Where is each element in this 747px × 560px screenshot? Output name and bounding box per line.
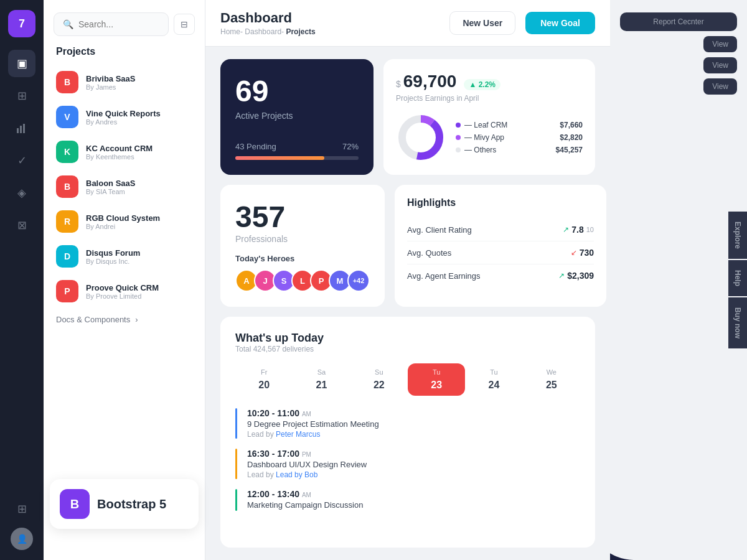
calendar-day[interactable]: We 25 [523,363,580,396]
events-list: 10:20 - 11:00 AM 9 Degree Project Estima… [235,408,580,511]
cal-day-num: 25 [525,380,578,391]
project-item[interactable]: R RGB Cloud System By Andrei [44,204,205,239]
sidebar-projects-header: Projects [44,46,205,65]
earnings-amount: 69,700 [403,72,457,91]
nav-user-avatar[interactable]: 👤 [11,528,33,550]
bootstrap-card: B Bootstrap 5 [50,479,199,529]
event-info: 12:00 - 13:40 AM Marketing Campaign Disc… [247,489,363,511]
new-goal-button[interactable]: New Goal [525,12,595,34]
heroes-label: Today's Heroes [235,254,370,263]
project-item[interactable]: B Baloon SaaS By SIA Team [44,169,205,204]
view-button-3[interactable]: View [703,78,737,95]
highlights-card: Highlights Avg. Client Rating ↗ 7.8 10 A… [395,185,606,307]
project-item[interactable]: P Proove Quick CRM By Proove Limited [44,274,205,309]
event-lead: Lead by Peter Marcus [247,430,379,439]
cal-day-label: Tu [410,368,463,376]
event-lead: Lead by Lead by Bob [247,470,367,479]
event-title: Marketing Campaign Discussion [247,500,363,510]
cal-day-num: 23 [410,380,463,391]
event-info: 16:30 - 17:00 PM Dashboard UI/UX Design … [247,449,367,479]
cal-day-label: Tu [467,368,520,376]
legend-label: — Leaf CRM [464,121,507,129]
highlights-title: Highlights [407,197,594,208]
calendar-day[interactable]: Tu 24 [465,363,522,396]
schedule-sub: Total 424,567 deliveries [235,345,580,353]
nav-icon-layers[interactable]: ◈ [8,179,35,207]
new-user-button[interactable]: New User [449,11,515,35]
event-lead-link[interactable]: Peter Marcus [276,430,320,439]
report-center-button[interactable]: Report Cecnter [620,12,737,31]
project-by: By Disqus Inc. [86,258,140,265]
project-logo: V [56,106,78,128]
event-ampm: AM [302,492,311,498]
legend-item: — Mivy App [456,133,546,142]
legend-values: $7,660$2,820$45,257 [556,121,583,154]
professionals-label: Professionals [235,234,370,244]
search-input[interactable] [78,19,159,29]
nav-icon-check[interactable]: ✓ [8,147,35,174]
project-item[interactable]: D Disqus Forum By Disqus Inc. [44,239,205,274]
project-item[interactable]: B Briviba SaaS By James [44,65,205,100]
nav-icon-grid[interactable]: ⊞ [8,82,35,110]
calendar-day[interactable]: Tu 23 [408,363,465,396]
project-logo: B [56,175,78,198]
svg-rect-1 [20,126,22,133]
view-button-1[interactable]: View [703,36,737,52]
progress-bar-bg [235,156,359,160]
project-by: By SIA Team [86,188,135,195]
view-button-2[interactable]: View [703,57,737,73]
sidebar: 🔍 ⊟ Projects B Briviba SaaS By James V V… [44,0,205,560]
nav-icon-box[interactable]: ⊠ [8,212,35,239]
main-content: Dashboard Home- Dashboard- Projects New … [205,0,610,560]
highlight-row: Avg. Agent Earnings ↗ $2,309 [407,264,594,287]
event-border [235,408,237,439]
project-item[interactable]: K KC Account CRM By Keenthemes [44,134,205,169]
project-by: By Andrei [86,223,160,230]
bootstrap-logo: B [60,489,90,519]
highlight-arrow: ↗ [563,225,569,234]
heroes-avatars: AJSLPM+42 [235,269,370,292]
project-by: By Andres [86,118,161,126]
project-by: By James [86,83,136,91]
event-item: 12:00 - 13:40 AM Marketing Campaign Disc… [235,489,580,511]
project-name: Vine Quick Reports [86,109,161,118]
calendar-day[interactable]: Fr 20 [235,363,293,396]
professionals-card: 357 Professionals Today's Heroes AJSLPM+… [220,185,385,307]
nav-icon-dashboard[interactable]: ▣ [8,50,35,77]
active-projects-number: 69 [235,74,359,108]
nav-avatar[interactable]: 7 [8,10,35,37]
cal-day-num: 22 [353,380,405,391]
cal-day-num: 20 [238,380,290,391]
highlight-value: 7.8 [571,225,583,235]
event-title: 9 Degree Project Estimation Meeting [247,419,379,429]
title-area: Dashboard Home- Dashboard- Projects [220,10,439,36]
project-name: Baloon SaaS [86,179,135,188]
nav-icon-grid-bottom[interactable]: ⊞ [8,495,35,523]
filter-button[interactable]: ⊟ [174,14,195,35]
calendar-day[interactable]: Su 22 [350,363,408,396]
legend-value: $7,660 [556,121,583,129]
earnings-card: $ 69,700 ▲ 2.2% Projects Earnings in Apr… [383,59,595,175]
legend-label: — Others [464,146,496,154]
legend-dot [456,147,461,152]
schedule-title: What's up Today [235,332,580,345]
highlight-arrow: ↙ [571,248,577,257]
project-info: Baloon SaaS By SIA Team [86,179,135,195]
event-item: 10:20 - 11:00 AM 9 Degree Project Estima… [235,408,580,439]
project-by: By Proove Limited [86,292,159,300]
nav-icon-chart[interactable] [8,114,35,142]
calendar-day[interactable]: Sa 21 [293,363,350,396]
project-item[interactable]: V Vine Quick Reports By Andres [44,100,205,134]
event-lead-link[interactable]: Lead by Bob [276,470,317,479]
project-name: Briviba SaaS [86,74,136,83]
progress-bar-fill [235,156,324,160]
highlight-label: Avg. Quotes [407,248,571,258]
earnings-badge: ▲ 2.2% [464,79,500,90]
schedule-card: What's up Today Total 424,567 deliveries… [220,317,595,548]
project-logo: D [56,245,78,268]
event-item: 16:30 - 17:00 PM Dashboard UI/UX Design … [235,449,580,479]
legend-item: — Others [456,146,546,154]
highlight-row: Avg. Client Rating ↗ 7.8 10 [407,218,594,241]
page-title: Dashboard [220,10,439,26]
donut-chart [396,113,446,162]
